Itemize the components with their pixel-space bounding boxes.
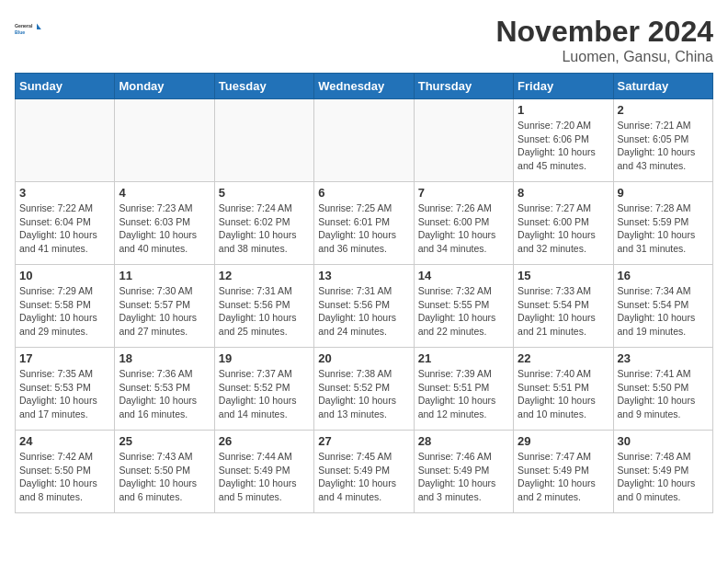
day-number: 2 bbox=[618, 103, 709, 117]
weekday-header-thursday: Thursday bbox=[414, 74, 513, 99]
calendar-cell: 23Sunrise: 7:41 AMSunset: 5:50 PMDayligh… bbox=[613, 348, 712, 431]
calendar-cell: 9Sunrise: 7:28 AMSunset: 5:59 PMDaylight… bbox=[613, 182, 712, 265]
calendar-cell bbox=[214, 99, 313, 182]
calendar-week-4: 17Sunrise: 7:35 AMSunset: 5:53 PMDayligh… bbox=[16, 348, 713, 431]
day-number: 9 bbox=[618, 186, 709, 200]
calendar-cell: 6Sunrise: 7:25 AMSunset: 6:01 PMDaylight… bbox=[314, 182, 414, 265]
day-info: Sunrise: 7:44 AMSunset: 5:49 PMDaylight:… bbox=[219, 450, 310, 504]
day-number: 14 bbox=[418, 269, 509, 282]
calendar-cell: 24Sunrise: 7:42 AMSunset: 5:50 PMDayligh… bbox=[16, 431, 115, 513]
calendar-cell: 30Sunrise: 7:48 AMSunset: 5:49 PMDayligh… bbox=[613, 431, 712, 513]
day-number: 16 bbox=[618, 269, 709, 282]
day-info: Sunrise: 7:23 AMSunset: 6:03 PMDaylight:… bbox=[119, 201, 210, 256]
day-number: 13 bbox=[318, 269, 409, 282]
day-info: Sunrise: 7:22 AMSunset: 6:04 PMDaylight:… bbox=[19, 201, 110, 256]
day-info: Sunrise: 7:41 AMSunset: 5:50 PMDaylight:… bbox=[618, 367, 709, 421]
calendar-week-1: 1Sunrise: 7:20 AMSunset: 6:06 PMDaylight… bbox=[16, 99, 713, 182]
day-number: 19 bbox=[219, 351, 310, 365]
day-number: 29 bbox=[518, 434, 609, 448]
svg-text:General: General bbox=[15, 23, 33, 29]
day-number: 23 bbox=[618, 351, 709, 365]
day-number: 6 bbox=[318, 186, 409, 200]
day-number: 30 bbox=[618, 434, 709, 448]
day-info: Sunrise: 7:20 AMSunset: 6:06 PMDaylight:… bbox=[518, 119, 609, 173]
day-info: Sunrise: 7:30 AMSunset: 5:57 PMDaylight:… bbox=[119, 284, 210, 339]
day-info: Sunrise: 7:28 AMSunset: 5:59 PMDaylight:… bbox=[618, 201, 709, 256]
day-info: Sunrise: 7:46 AMSunset: 5:49 PMDaylight:… bbox=[418, 450, 509, 504]
weekday-header-tuesday: Tuesday bbox=[214, 74, 313, 99]
calendar-cell bbox=[314, 99, 414, 182]
day-info: Sunrise: 7:27 AMSunset: 6:00 PMDaylight:… bbox=[518, 201, 609, 256]
page-header: GeneralBlue November 2024 Luomen, Gansu,… bbox=[15, 15, 713, 65]
day-info: Sunrise: 7:35 AMSunset: 5:53 PMDaylight:… bbox=[19, 367, 110, 421]
day-number: 18 bbox=[119, 351, 210, 365]
day-number: 22 bbox=[518, 351, 609, 365]
location: Luomen, Gansu, China bbox=[495, 49, 713, 65]
calendar-cell: 28Sunrise: 7:46 AMSunset: 5:49 PMDayligh… bbox=[414, 431, 513, 513]
calendar-cell: 17Sunrise: 7:35 AMSunset: 5:53 PMDayligh… bbox=[16, 348, 115, 431]
title-area: November 2024 Luomen, Gansu, China bbox=[495, 15, 713, 65]
calendar-cell: 4Sunrise: 7:23 AMSunset: 6:03 PMDaylight… bbox=[115, 182, 214, 265]
calendar-cell: 11Sunrise: 7:30 AMSunset: 5:57 PMDayligh… bbox=[115, 265, 214, 348]
day-info: Sunrise: 7:45 AMSunset: 5:49 PMDaylight:… bbox=[318, 450, 409, 504]
calendar-cell: 2Sunrise: 7:21 AMSunset: 6:05 PMDaylight… bbox=[613, 99, 712, 182]
weekday-header-friday: Friday bbox=[514, 74, 613, 99]
day-info: Sunrise: 7:39 AMSunset: 5:51 PMDaylight:… bbox=[418, 367, 509, 421]
day-number: 26 bbox=[219, 434, 310, 448]
calendar-cell bbox=[16, 99, 115, 182]
calendar-cell: 3Sunrise: 7:22 AMSunset: 6:04 PMDaylight… bbox=[16, 182, 115, 265]
day-info: Sunrise: 7:24 AMSunset: 6:02 PMDaylight:… bbox=[219, 201, 310, 256]
day-info: Sunrise: 7:33 AMSunset: 5:54 PMDaylight:… bbox=[518, 284, 609, 339]
calendar-week-2: 3Sunrise: 7:22 AMSunset: 6:04 PMDaylight… bbox=[16, 182, 713, 265]
calendar-table: SundayMondayTuesdayWednesdayThursdayFrid… bbox=[15, 73, 713, 513]
day-number: 12 bbox=[219, 269, 310, 282]
day-info: Sunrise: 7:36 AMSunset: 5:53 PMDaylight:… bbox=[119, 367, 210, 421]
calendar-cell: 15Sunrise: 7:33 AMSunset: 5:54 PMDayligh… bbox=[514, 265, 613, 348]
day-number: 21 bbox=[418, 351, 509, 365]
calendar-cell bbox=[414, 99, 513, 182]
day-number: 24 bbox=[19, 434, 110, 448]
calendar-cell: 20Sunrise: 7:38 AMSunset: 5:52 PMDayligh… bbox=[314, 348, 414, 431]
day-info: Sunrise: 7:31 AMSunset: 5:56 PMDaylight:… bbox=[318, 284, 409, 339]
calendar-cell: 7Sunrise: 7:26 AMSunset: 6:00 PMDaylight… bbox=[414, 182, 513, 265]
calendar-week-5: 24Sunrise: 7:42 AMSunset: 5:50 PMDayligh… bbox=[16, 431, 713, 513]
day-number: 1 bbox=[518, 103, 609, 117]
day-number: 3 bbox=[19, 186, 110, 200]
day-info: Sunrise: 7:48 AMSunset: 5:49 PMDaylight:… bbox=[618, 450, 709, 504]
calendar-cell: 29Sunrise: 7:47 AMSunset: 5:49 PMDayligh… bbox=[514, 431, 613, 513]
calendar-cell: 16Sunrise: 7:34 AMSunset: 5:54 PMDayligh… bbox=[613, 265, 712, 348]
logo: GeneralBlue bbox=[15, 15, 44, 44]
day-info: Sunrise: 7:43 AMSunset: 5:50 PMDaylight:… bbox=[119, 450, 210, 504]
day-info: Sunrise: 7:21 AMSunset: 6:05 PMDaylight:… bbox=[618, 119, 709, 173]
day-number: 20 bbox=[318, 351, 409, 365]
day-number: 8 bbox=[518, 186, 609, 200]
day-number: 4 bbox=[119, 186, 210, 200]
weekday-header-row: SundayMondayTuesdayWednesdayThursdayFrid… bbox=[16, 74, 713, 99]
calendar-week-3: 10Sunrise: 7:29 AMSunset: 5:58 PMDayligh… bbox=[16, 265, 713, 348]
calendar-cell: 18Sunrise: 7:36 AMSunset: 5:53 PMDayligh… bbox=[115, 348, 214, 431]
day-number: 7 bbox=[418, 186, 509, 200]
svg-text:Blue: Blue bbox=[15, 29, 25, 35]
day-info: Sunrise: 7:42 AMSunset: 5:50 PMDaylight:… bbox=[19, 450, 110, 504]
calendar-cell: 12Sunrise: 7:31 AMSunset: 5:56 PMDayligh… bbox=[214, 265, 313, 348]
weekday-header-wednesday: Wednesday bbox=[314, 74, 414, 99]
day-number: 27 bbox=[318, 434, 409, 448]
day-info: Sunrise: 7:29 AMSunset: 5:58 PMDaylight:… bbox=[19, 284, 110, 339]
weekday-header-monday: Monday bbox=[115, 74, 214, 99]
month-title: November 2024 bbox=[495, 15, 713, 49]
calendar-cell: 14Sunrise: 7:32 AMSunset: 5:55 PMDayligh… bbox=[414, 265, 513, 348]
day-number: 11 bbox=[119, 269, 210, 282]
day-info: Sunrise: 7:38 AMSunset: 5:52 PMDaylight:… bbox=[318, 367, 409, 421]
calendar-cell: 5Sunrise: 7:24 AMSunset: 6:02 PMDaylight… bbox=[214, 182, 313, 265]
calendar-cell: 27Sunrise: 7:45 AMSunset: 5:49 PMDayligh… bbox=[314, 431, 414, 513]
weekday-header-saturday: Saturday bbox=[613, 74, 712, 99]
calendar-cell: 13Sunrise: 7:31 AMSunset: 5:56 PMDayligh… bbox=[314, 265, 414, 348]
day-number: 17 bbox=[19, 351, 110, 365]
calendar-cell: 22Sunrise: 7:40 AMSunset: 5:51 PMDayligh… bbox=[514, 348, 613, 431]
day-info: Sunrise: 7:40 AMSunset: 5:51 PMDaylight:… bbox=[518, 367, 609, 421]
calendar-cell: 8Sunrise: 7:27 AMSunset: 6:00 PMDaylight… bbox=[514, 182, 613, 265]
day-number: 10 bbox=[19, 269, 110, 282]
logo-icon: GeneralBlue bbox=[15, 15, 44, 44]
day-number: 5 bbox=[219, 186, 310, 200]
calendar-cell: 1Sunrise: 7:20 AMSunset: 6:06 PMDaylight… bbox=[514, 99, 613, 182]
